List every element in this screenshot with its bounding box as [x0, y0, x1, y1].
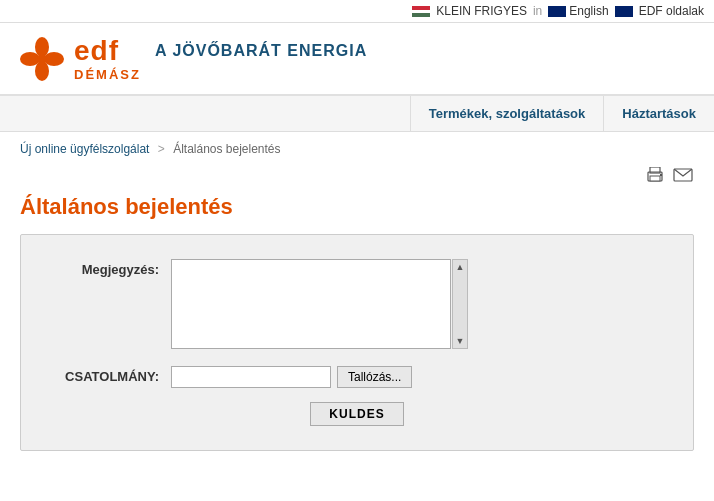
demasz-brand: DÉMÁSZ — [74, 67, 367, 82]
top-bar: KLEIN FRIGYES in English EDF oldalak — [0, 0, 714, 23]
megjegyzes-label: Megjegyzés: — [51, 259, 171, 277]
logo-area: edf A JÖVŐBARÁT ENERGIA DÉMÁSZ — [20, 35, 367, 82]
textarea-wrapper: ▲ ▼ — [171, 259, 451, 352]
print-button[interactable] — [644, 166, 666, 184]
csatolmany-field: Tallózás... — [171, 366, 663, 388]
separator-1: in — [533, 4, 542, 18]
breadcrumb-root[interactable]: Új online ügyfélszolgálat — [20, 142, 149, 156]
nav-bar: Termékek, szolgáltatások Háztartások — [0, 96, 714, 132]
nav-termekek[interactable]: Termékek, szolgáltatások — [410, 96, 604, 131]
language-label: English — [569, 4, 608, 18]
megjegyzes-field: ▲ ▼ — [171, 259, 663, 352]
hu-flag-icon — [412, 6, 430, 17]
csatolmany-row: CSATOLMÁNY: Tallózás... — [51, 366, 663, 388]
browse-button[interactable]: Tallózás... — [337, 366, 412, 388]
tagline: A JÖVŐBARÁT ENERGIA — [155, 42, 367, 60]
en-flag-icon — [548, 6, 566, 17]
svg-rect-6 — [650, 176, 660, 181]
scroll-up-arrow[interactable]: ▲ — [453, 260, 467, 274]
form-container: Megjegyzés: ▲ ▼ CSATOLMÁNY: Tallózás... … — [20, 234, 694, 451]
email-button[interactable] — [672, 166, 694, 184]
edf-site-link[interactable]: EDF oldalak — [639, 4, 704, 18]
edf-flag-icon — [615, 6, 633, 17]
breadcrumb-separator: > — [158, 142, 165, 156]
megjegyzes-row: Megjegyzés: ▲ ▼ — [51, 259, 663, 352]
submit-button[interactable]: KULDES — [310, 402, 403, 426]
nav-haztartasok[interactable]: Háztartások — [603, 96, 714, 131]
printer-icon — [645, 167, 665, 183]
action-icons — [0, 162, 714, 188]
page-title: Általános bejelentés — [0, 188, 714, 234]
user-name[interactable]: KLEIN FRIGYES — [436, 4, 527, 18]
breadcrumb: Új online ügyfélszolgálat > Általános be… — [0, 132, 714, 162]
email-icon — [673, 167, 693, 183]
csatolmany-label: CSATOLMÁNY: — [51, 366, 171, 384]
svg-rect-8 — [660, 174, 662, 176]
edf-brand: edf — [74, 35, 119, 67]
megjegyzes-textarea[interactable] — [171, 259, 451, 349]
svg-point-4 — [37, 54, 47, 64]
file-input[interactable] — [171, 366, 331, 388]
scrollbar[interactable]: ▲ ▼ — [452, 259, 468, 349]
logo-text: edf A JÖVŐBARÁT ENERGIA DÉMÁSZ — [74, 35, 367, 82]
scroll-down-arrow[interactable]: ▼ — [453, 334, 467, 348]
breadcrumb-current: Általános bejelentés — [173, 142, 280, 156]
submit-row: KULDES — [51, 402, 663, 426]
language-switch[interactable]: English — [548, 4, 608, 18]
header: edf A JÖVŐBARÁT ENERGIA DÉMÁSZ — [0, 23, 714, 96]
edf-flower-logo — [20, 37, 64, 81]
